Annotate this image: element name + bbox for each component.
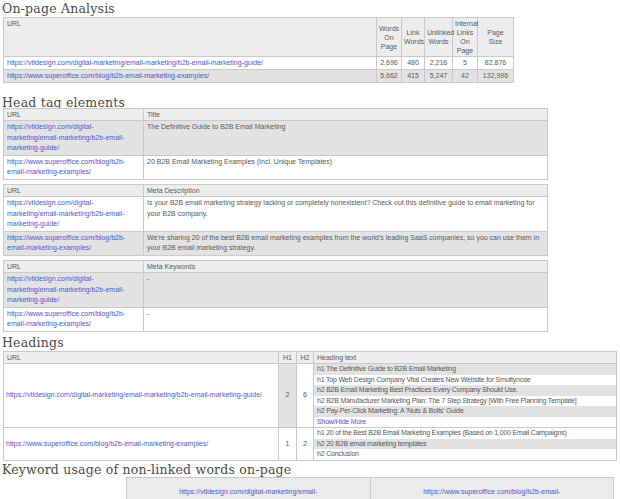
heading-line: h1 20 of the Best B2B Email Marketing Ex… (314, 428, 616, 439)
col-url: URL (4, 109, 144, 121)
col-meta-description: Meta Description (144, 185, 548, 197)
table-row: https://vtldesign.com/digital-marketing/… (4, 121, 548, 156)
superoffice-url-link[interactable]: https://www.superoffice.com/blog/b2b-ema… (7, 310, 125, 328)
col-url: URL (4, 18, 377, 57)
vtldesign-url-link[interactable]: https://vtldesign.com/digital-marketing/… (7, 123, 125, 151)
heading-line: h2 Conclusion (314, 449, 616, 460)
col-url: URL (4, 261, 144, 273)
url-cell: https://vtldesign.com/digital-marketing/… (4, 197, 144, 232)
page-size-value: 132,996 (478, 70, 514, 83)
onpage-analysis-table: URL Words On Page Link Words Unlinked Wo… (3, 17, 514, 83)
heading-line: h2 B2B Manufacturer Marketing Plan: The … (314, 396, 616, 407)
onpage-header-row: URL Words On Page Link Words Unlinked Wo… (4, 18, 514, 57)
vtldesign-url-link[interactable]: https://vtldesign.com/digital-marketing/… (6, 391, 262, 398)
url-cell: https://vtldesign.com/digital-marketing/… (4, 273, 144, 308)
col-link-words: Link Words (402, 18, 425, 57)
headings-title: Headings (2, 335, 64, 350)
words-on-page-value: 5,662 (377, 70, 402, 83)
meta-description-table: URL Meta Description https://vtldesign.c… (3, 184, 548, 256)
table-row: https://www.superoffice.com/blog/b2b-ema… (4, 155, 548, 179)
url-cell: https://vtldesign.com/digital-marketing/… (4, 121, 144, 156)
meta-keywords-value: - (144, 307, 548, 331)
vtldesign-url-link[interactable]: https://vtldesign.com/digital-marketing/… (7, 59, 263, 66)
heading-text-cell: h1 The Definitive Guide to B2B Email Mar… (314, 364, 617, 428)
link-words-value: 480 (402, 57, 425, 70)
show-hide-more-link[interactable]: Show/Hide More (317, 418, 366, 425)
meta-description-value: Is your B2B email marketing strategy lac… (144, 197, 548, 232)
table-row: https://vtldesign.com/digital-marketing/… (4, 57, 514, 70)
col-words-on-page: Words On Page (377, 18, 402, 57)
col-meta-keywords: Meta Keywords (144, 261, 548, 273)
meta-keywords-table: URL Meta Keywords https://vtldesign.com/… (3, 260, 548, 332)
onpage-analysis-title: On-page Analysis (2, 1, 115, 16)
headings-header-row: URL H1 H2 Heading text (4, 352, 617, 364)
internal-links-value: 42 (453, 70, 478, 83)
h2-count: 2 (297, 428, 314, 461)
keyword-usage-header-row: https://vtldesign.com/digital-marketing/… (127, 478, 614, 499)
h1-count: 2 (279, 364, 297, 428)
col-url: URL (4, 352, 279, 364)
vtldesign-url-link[interactable]: https://vtldesign.com/digital-marketing/… (7, 199, 125, 227)
link-words-value: 415 (402, 70, 425, 83)
url-cell: https://www.superoffice.com/blog/b2b-ema… (4, 428, 279, 461)
unlinked-words-value: 5,247 (425, 70, 453, 83)
words-on-page-value: 2,696 (377, 57, 402, 70)
headings-table: URL H1 H2 Heading text https://vtldesign… (3, 351, 617, 461)
col-internal-links: Internal Links On Page (453, 18, 478, 57)
superoffice-url-link[interactable]: https://www.superoffice.com/blog/b2b-ema… (7, 234, 125, 252)
meta-keywords-value: - (144, 273, 548, 308)
superoffice-url-link[interactable]: https://www.superoffice.com/blog/b2b-ema… (7, 158, 125, 176)
table-row: https://vtldesign.com/digital-marketing/… (4, 364, 617, 428)
heading-line: h1 The Definitive Guide to B2B Email Mar… (314, 364, 616, 375)
page-size-value: 82,876 (478, 57, 514, 70)
internal-links-value: 5 (453, 57, 478, 70)
col-h1: H1 (279, 352, 297, 364)
keyword-usage-title: Keyword usage of non-linked words on-pag… (2, 462, 291, 477)
col-h2: H2 (297, 352, 314, 364)
heading-line: Show/Hide More (314, 417, 616, 428)
heading-line: h2 Pay-Per-Click Marketing: A 'Nuts & Bo… (314, 406, 616, 417)
col-title: Title (144, 109, 548, 121)
h1-count: 1 (279, 428, 297, 461)
title-table-header-row: URL Title (4, 109, 548, 121)
table-row: https://www.superoffice.com/blog/b2b-ema… (4, 307, 548, 331)
url-column-header: https://vtldesign.com/digital-marketing/… (127, 478, 371, 499)
superoffice-url-link[interactable]: https://www.superoffice.com/blog/b2b-ema… (423, 488, 560, 495)
col-unlinked-words: Unlinked Words (425, 18, 453, 57)
meta-keywords-header-row: URL Meta Keywords (4, 261, 548, 273)
title-value: The Definitive Guide to B2B Email Market… (144, 121, 548, 156)
vtldesign-url-link[interactable]: https://vtldesign.com/digital-marketing/… (7, 275, 125, 303)
meta-description-header-row: URL Meta Description (4, 185, 548, 197)
table-row: https://vtldesign.com/digital-marketing/… (4, 273, 548, 308)
unlinked-words-value: 2,216 (425, 57, 453, 70)
superoffice-url-link[interactable]: https://www.superoffice.com/blog/b2b-ema… (7, 72, 209, 79)
url-cell: https://vtldesign.com/digital-marketing/… (4, 57, 377, 70)
col-url: URL (4, 185, 144, 197)
superoffice-url-link[interactable]: https://www.superoffice.com/blog/b2b-ema… (6, 440, 208, 447)
heading-line: h1 Top Web Design Company Vital Creates … (314, 375, 616, 386)
title-value: 20 B2B Email Marketing Examples (Incl. U… (144, 155, 548, 179)
url-column-header: https://www.superoffice.com/blog/b2b-ema… (370, 478, 614, 499)
keyword-usage-table: https://vtldesign.com/digital-marketing/… (126, 477, 614, 499)
table-row: https://www.superoffice.com/blog/b2b-ema… (4, 231, 548, 255)
h2-count: 6 (297, 364, 314, 428)
col-page-size: Page Size (478, 18, 514, 57)
col-heading-text: Heading text (314, 352, 617, 364)
vtldesign-url-link[interactable]: https://vtldesign.com/digital-marketing/… (179, 488, 317, 495)
heading-text-cell: h1 20 of the Best B2B Email Marketing Ex… (314, 428, 617, 461)
url-cell: https://www.superoffice.com/blog/b2b-ema… (4, 307, 144, 331)
table-row: https://vtldesign.com/digital-marketing/… (4, 197, 548, 232)
table-row: https://www.superoffice.com/blog/b2b-ema… (4, 70, 514, 83)
meta-description-value: We're sharing 20 of the best B2B email m… (144, 231, 548, 255)
url-cell: https://www.superoffice.com/blog/b2b-ema… (4, 70, 377, 83)
heading-line: h2 B2B Email Marketing Best Practices Ev… (314, 385, 616, 396)
heading-line: h2 20 B2B email marketing templates (314, 439, 616, 450)
url-cell: https://www.superoffice.com/blog/b2b-ema… (4, 155, 144, 179)
table-row: https://www.superoffice.com/blog/b2b-ema… (4, 428, 617, 461)
url-cell: https://www.superoffice.com/blog/b2b-ema… (4, 231, 144, 255)
title-table: URL Title https://vtldesign.com/digital-… (3, 108, 548, 180)
url-cell: https://vtldesign.com/digital-marketing/… (4, 364, 279, 428)
